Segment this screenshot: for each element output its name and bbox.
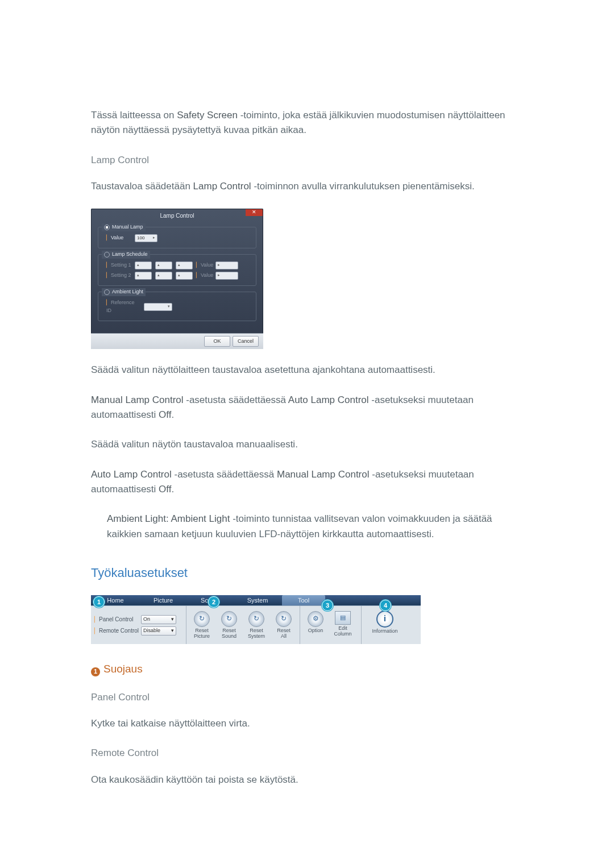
manual-lamp-legend-text: Manual Lamp	[112, 223, 143, 231]
updown-icon: ▴	[178, 272, 180, 279]
value-spinbox[interactable]: 100 ▸	[135, 234, 157, 242]
option-icons-row: ⚙ Option ▤ EditColumn	[304, 611, 358, 639]
setting2-mm[interactable]: ▴	[155, 272, 172, 280]
setting2-label: Setting 2	[106, 272, 131, 280]
reset-picture-cap: ResetPicture	[194, 628, 210, 639]
radio-off-icon	[104, 289, 110, 295]
setting1-hh[interactable]: ▴	[135, 261, 152, 269]
auto-off: Off	[159, 484, 171, 495]
auto-strong-b: Manual Lamp Control	[277, 469, 370, 480]
setting1-row: Setting 1 ▴ ▴ ▴ Value ▸	[106, 261, 251, 269]
information-cap: Information	[372, 629, 397, 640]
tool-toolbar: Home Picture Sound System Tool Panel Con…	[91, 595, 421, 643]
information-button[interactable]: i Information	[365, 610, 405, 640]
panel-control-text: Kytke tai katkaise näyttölaitteen virta.	[91, 716, 523, 731]
setting2-row: Setting 2 ▴ ▴ ▴ Value ▸	[106, 272, 251, 280]
cancel-button[interactable]: Cancel	[233, 336, 259, 347]
manual-paragraph: Manual Lamp Control -asetusta säädettäes…	[91, 393, 523, 423]
reset-all-button[interactable]: ↻ ResetAll	[272, 611, 296, 639]
spin-arrow-icon: ▸	[218, 272, 220, 279]
reset-system-icon: ↻	[248, 611, 264, 627]
setting2-ss[interactable]: ▴	[176, 272, 193, 280]
dialog-title: Lamp Control	[91, 209, 263, 222]
option-group: ⚙ Option ▤ EditColumn	[300, 606, 362, 644]
lamp-control-heading: Lamp Control	[91, 153, 523, 168]
manual-lamp-legend[interactable]: Manual Lamp	[102, 223, 146, 231]
updown-icon: ▴	[137, 272, 139, 279]
remote-control-value: Disable	[143, 627, 160, 635]
gear-icon: ⚙	[308, 611, 323, 627]
radio-on-icon	[104, 225, 110, 230]
updown-icon: ▴	[157, 272, 160, 279]
ok-button[interactable]: OK	[204, 336, 230, 347]
spin-arrow-icon: ▸	[218, 262, 220, 268]
ambient-paragraph: Ambient Light: Ambient Light -toiminto t…	[91, 512, 523, 542]
reset-group: ↻ ResetPicture ↻ ResetSound ↻ ResetSyste…	[186, 606, 300, 644]
ambient-strong: Ambient Light: Ambient Light	[107, 513, 230, 524]
setting1-mm[interactable]: ▴	[155, 261, 172, 269]
updown-icon: ▴	[137, 262, 139, 268]
reference-combobox[interactable]: ▾	[144, 303, 172, 311]
chevron-down-icon: ▾	[168, 304, 170, 310]
reset-all-icon: ↻	[276, 611, 292, 627]
edit-column-button[interactable]: ▤ EditColumn	[331, 611, 355, 639]
setting2-value[interactable]: ▸	[215, 272, 238, 280]
value-label: Value	[106, 234, 131, 242]
chevron-down-icon: ▾	[171, 627, 174, 635]
close-icon: ✕	[252, 209, 256, 217]
manual-strong-a: Manual Lamp Control	[91, 394, 184, 405]
panel-control-label: Panel Control	[94, 615, 139, 624]
remote-control-label: Remote Control	[94, 626, 139, 636]
remote-control-dropdown[interactable]: Disable ▾	[141, 626, 176, 636]
tab-picture[interactable]: Picture	[140, 595, 186, 605]
lamp-desc-a: Taustavaloa säädetään	[91, 181, 193, 192]
security-group: Panel Control On ▾ Remote Control Disabl…	[91, 606, 186, 644]
dialog-footer: OK Cancel	[91, 333, 263, 349]
info-icons-row: i Information	[365, 610, 408, 640]
lamp-control-dialog: Lamp Control ✕ Manual Lamp Value 100 ▸ L…	[91, 209, 263, 349]
reset-sound-cap: ResetSound	[222, 628, 237, 639]
suojaus-heading: 1Suojaus	[91, 661, 523, 677]
radio-off-icon	[104, 252, 110, 258]
setting1-value[interactable]: ▸	[215, 261, 238, 269]
lamp-schedule-legend-text: Lamp Schedule	[112, 251, 148, 259]
lamp-after-dlg: Säädä valitun näyttölaitteen taustavaloa…	[91, 363, 523, 377]
manual-lamp-group: Manual Lamp Value 100 ▸	[98, 227, 256, 248]
tab-system[interactable]: System	[233, 595, 282, 605]
panel-control-value: On	[143, 616, 150, 624]
ambient-light-legend[interactable]: Ambient Light	[102, 288, 146, 296]
setting2-hh[interactable]: ▴	[135, 272, 152, 280]
remote-control-text: Ota kaukosäädin käyttöön tai poista se k…	[91, 773, 523, 787]
manual-mid: -asetusta säädettäessä	[184, 394, 288, 405]
auto-strong-a: Auto Lamp Control	[91, 469, 172, 480]
manual-end: .	[171, 409, 174, 420]
setting1-label: Setting 1	[106, 261, 131, 269]
intro-strong: Safety Screen	[177, 110, 238, 121]
updown-icon: ▴	[157, 262, 160, 268]
intro-text-a: Tässä laitteessa on	[91, 110, 177, 121]
lamp-schedule-legend[interactable]: Lamp Schedule	[102, 251, 150, 259]
tab-tool[interactable]: Tool	[282, 595, 325, 605]
lamp-schedule-group: Lamp Schedule Setting 1 ▴ ▴ ▴ Value ▸ Se…	[98, 254, 256, 286]
tool-settings-title: Työkaluasetukset	[91, 563, 523, 583]
reset-sound-button[interactable]: ↻ ResetSound	[217, 611, 241, 639]
manual-strong-b: Auto Lamp Control	[288, 394, 369, 405]
reset-all-cap: ResetAll	[277, 628, 291, 639]
badge-1-icon: 1	[91, 667, 100, 676]
reset-picture-button[interactable]: ↻ ResetPicture	[190, 611, 214, 639]
ambient-light-legend-text: Ambient Light	[112, 288, 143, 296]
reference-label: Reference ID	[106, 299, 140, 315]
manual-line2: Säädä valitun näytön taustavaloa manuaal…	[91, 437, 523, 452]
lamp-desc-b: -toiminnon avulla virrankulutuksen piene…	[251, 181, 475, 192]
reset-system-cap: ResetSystem	[248, 628, 265, 639]
info-group: i Information	[362, 606, 412, 644]
option-button[interactable]: ⚙ Option	[304, 611, 327, 639]
updown-icon: ▴	[178, 262, 180, 268]
reset-system-button[interactable]: ↻ ResetSystem	[244, 611, 268, 639]
panel-control-dropdown[interactable]: On ▾	[141, 615, 176, 624]
remote-control-head: Remote Control	[91, 746, 523, 761]
document-page: Tässä laitteessa on Safety Screen -toimi…	[0, 0, 614, 787]
close-button[interactable]: ✕	[246, 209, 263, 216]
setting1-ss[interactable]: ▴	[176, 261, 193, 269]
auto-paragraph: Auto Lamp Control -asetusta säädettäessä…	[91, 467, 523, 497]
